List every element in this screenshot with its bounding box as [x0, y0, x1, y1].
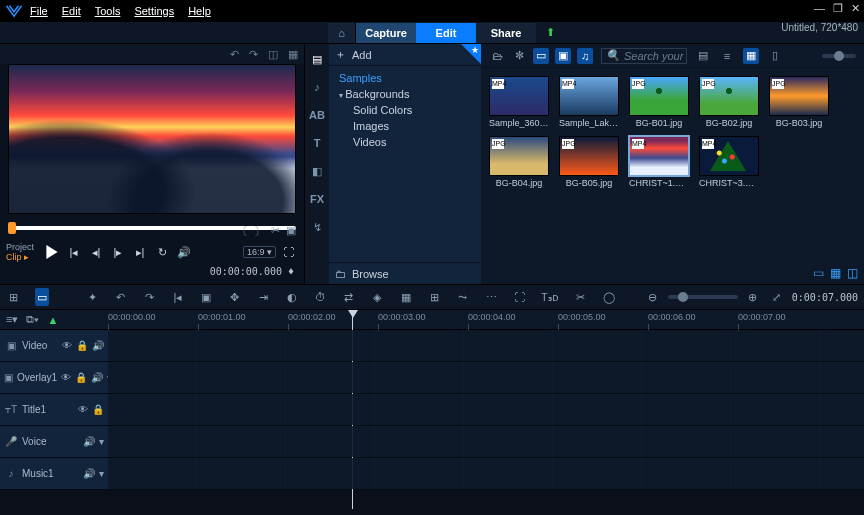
zoom-in-icon[interactable]: ⊕	[744, 288, 762, 306]
menu-tools[interactable]: Tools	[95, 5, 121, 17]
cat-title-icon[interactable]: T	[308, 134, 326, 152]
tool-split-icon[interactable]: ✂	[573, 288, 588, 306]
track-lane[interactable]	[108, 458, 864, 489]
window-close[interactable]: ✕	[851, 3, 860, 14]
prev-frame-button[interactable]: ◂|	[86, 242, 106, 262]
tool-group-icon[interactable]: ⊞	[427, 288, 442, 306]
tab-share[interactable]: Share	[476, 23, 536, 43]
thumbnail[interactable]: MP4	[699, 136, 759, 176]
thumbnail[interactable]: JPG	[559, 136, 619, 176]
track-control[interactable]: 👁	[61, 372, 71, 383]
playback-mode-label[interactable]: ProjectClip ▸	[6, 242, 40, 262]
undo-icon[interactable]: ↶	[114, 288, 129, 306]
track-lane[interactable]	[108, 426, 864, 457]
filter-video-icon[interactable]: ▭	[533, 48, 549, 64]
cat-graphic-icon[interactable]: ◧	[308, 162, 326, 180]
tool-insert-icon[interactable]: ⇥	[256, 288, 271, 306]
cat-filter-icon[interactable]: FX	[308, 190, 326, 208]
mark-in-icon[interactable]: 〔	[237, 224, 248, 239]
preview-scrubber[interactable]: 〔 〕 ✂ ▣	[8, 218, 296, 236]
thumbnail[interactable]: JPG	[489, 136, 549, 176]
storyboard-view-icon[interactable]: ⊞	[6, 288, 21, 306]
cat-transition-icon[interactable]: AB	[308, 106, 326, 124]
track-control[interactable]: 🔒	[92, 404, 104, 415]
preview-redo-icon[interactable]: ↷	[249, 48, 258, 61]
play-button[interactable]	[42, 242, 62, 262]
track-control[interactable]: 👁	[78, 404, 88, 415]
tool-color-icon[interactable]: ◐	[285, 288, 300, 306]
tool-pan-icon[interactable]: ⛶	[513, 288, 528, 306]
menu-settings[interactable]: Settings	[134, 5, 174, 17]
thumbnail[interactable]: MP4	[489, 76, 549, 116]
track-lane[interactable]	[108, 330, 864, 361]
menu-edit[interactable]: Edit	[62, 5, 81, 17]
lib-opt-b-icon[interactable]: ▦	[830, 266, 841, 284]
window-minimize[interactable]: —	[814, 3, 825, 14]
hide-titles-icon[interactable]: ▯	[767, 48, 783, 64]
add-media-button[interactable]: ＋	[335, 47, 346, 62]
track-control[interactable]: 👁	[62, 340, 72, 351]
volume-button[interactable]: 🔊	[174, 242, 194, 262]
tool-multi-icon[interactable]: ▦	[399, 288, 414, 306]
track-control[interactable]: 🔊	[92, 340, 104, 351]
track-header[interactable]: ᴛTTitle1👁🔒	[0, 394, 108, 425]
tree-videos[interactable]: Videos	[339, 134, 481, 150]
filter-audio-icon[interactable]: ♫	[577, 48, 593, 64]
fullscreen-button[interactable]: ⛶	[278, 242, 298, 262]
tool-3d-title-icon[interactable]: T₃ᴅ	[541, 288, 559, 306]
track-control[interactable]: 🔒	[75, 372, 87, 383]
split-icon[interactable]: ✂	[271, 224, 280, 239]
tool-fx-icon[interactable]: ✦	[85, 288, 100, 306]
menu-help[interactable]: Help	[188, 5, 211, 17]
tool-subtitle-icon[interactable]: ⋯	[484, 288, 499, 306]
thumbnail[interactable]: JPG	[629, 76, 689, 116]
browse-label[interactable]: Browse	[352, 268, 389, 280]
track-control[interactable]: ▾	[99, 436, 104, 447]
view-list-icon[interactable]: ≡	[719, 48, 735, 64]
menu-file[interactable]: File	[30, 5, 48, 17]
redo-icon[interactable]: ↷	[142, 288, 157, 306]
zoom-out-icon[interactable]: ⊖	[644, 288, 662, 306]
sort-icon[interactable]: ▤	[695, 48, 711, 64]
track-control[interactable]: 🔊	[91, 372, 103, 383]
ruler-snap-icon[interactable]: ⧉▾	[26, 313, 39, 326]
view-grid-icon[interactable]: ▦	[743, 48, 759, 64]
tool-track-motion-icon[interactable]: ⤳	[456, 288, 471, 306]
tree-solid-colors[interactable]: Solid Colors	[339, 102, 481, 118]
lib-opt-c-icon[interactable]: ◫	[847, 266, 858, 284]
track-control[interactable]: 🔒	[76, 340, 88, 351]
track-header[interactable]: ♪Music1🔊▾	[0, 458, 108, 489]
filter-image-icon[interactable]: ▣	[555, 48, 571, 64]
favorites-corner-icon[interactable]	[461, 44, 481, 64]
tree-samples[interactable]: Samples	[339, 70, 481, 86]
cat-path-icon[interactable]: ↯	[308, 218, 326, 236]
browse-folder-icon[interactable]: 🗀	[335, 268, 346, 280]
import-folder-icon[interactable]: 🗁	[489, 48, 505, 64]
tool-crop-icon[interactable]: ▣	[199, 288, 214, 306]
tool-speed-icon[interactable]: ⏱	[313, 288, 328, 306]
zoom-slider[interactable]	[668, 295, 738, 299]
track-lane[interactable]	[108, 394, 864, 425]
preview-undo-icon[interactable]: ↶	[230, 48, 239, 61]
track-header[interactable]: ▣Overlay1👁🔒🔊▾	[0, 362, 108, 393]
tool-markin-icon[interactable]: |◂	[171, 288, 186, 306]
tool-move-icon[interactable]: ✥	[228, 288, 243, 306]
thumb-size-slider[interactable]	[822, 54, 856, 58]
tab-edit[interactable]: Edit	[416, 23, 476, 43]
upload-button[interactable]: ⬆	[536, 26, 564, 39]
timeline-view-icon[interactable]: ▭	[35, 288, 50, 306]
preview-tool-b-icon[interactable]: ▦	[288, 48, 298, 61]
thumbnail[interactable]: JPG	[769, 76, 829, 116]
tab-capture[interactable]: Capture	[356, 23, 416, 43]
lib-opt-a-icon[interactable]: ▭	[813, 266, 824, 284]
thumbnail[interactable]: JPG	[699, 76, 759, 116]
preview-viewport[interactable]	[8, 64, 296, 214]
cat-media-icon[interactable]: ▤	[308, 50, 326, 68]
snapshot-icon[interactable]: ▣	[286, 224, 296, 239]
search-input[interactable]: 🔍 Search your cu	[601, 48, 687, 64]
zoom-fit-icon[interactable]: ⤢	[768, 288, 786, 306]
preview-tool-a-icon[interactable]: ◫	[268, 48, 278, 61]
track-lane[interactable]	[108, 362, 864, 393]
add-media-label[interactable]: Add	[352, 49, 372, 61]
track-control[interactable]: ▾	[99, 468, 104, 479]
